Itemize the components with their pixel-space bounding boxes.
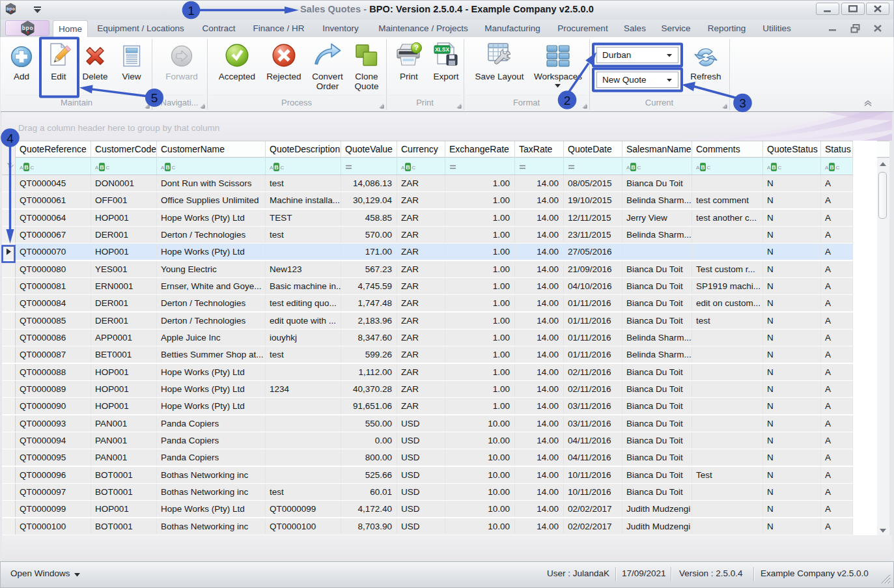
svg-text:?: ?	[414, 44, 419, 51]
svg-text:B: B	[165, 164, 170, 171]
svg-text:A: A	[161, 165, 165, 171]
svg-text:B: B	[100, 164, 104, 171]
svg-text:B: B	[274, 164, 279, 171]
svg-text:A: A	[270, 165, 273, 171]
svg-text:bpo: bpo	[22, 25, 33, 31]
svg-text:B: B	[830, 164, 834, 171]
svg-text:A: A	[825, 165, 829, 171]
svg-text:C: C	[412, 165, 416, 171]
svg-text:C: C	[106, 165, 110, 171]
svg-text:C: C	[707, 165, 711, 171]
svg-text:C: C	[172, 165, 176, 171]
svg-text:B: B	[701, 164, 705, 171]
svg-text:C: C	[31, 165, 35, 171]
svg-text:A: A	[626, 165, 630, 171]
svg-text:C: C	[281, 165, 285, 171]
svg-text:A: A	[696, 165, 700, 171]
svg-text:A: A	[20, 165, 23, 171]
svg-text:B: B	[406, 164, 410, 171]
svg-text:B: B	[772, 164, 776, 171]
svg-text:A: A	[401, 165, 405, 171]
svg-text:A: A	[95, 165, 99, 171]
svg-text:B: B	[631, 164, 636, 171]
svg-text:XLSX: XLSX	[435, 46, 450, 53]
svg-text:C: C	[836, 165, 840, 171]
svg-text:C: C	[637, 165, 641, 171]
svg-text:B: B	[24, 164, 29, 171]
svg-text:C: C	[778, 165, 782, 171]
svg-text:A: A	[767, 165, 771, 171]
